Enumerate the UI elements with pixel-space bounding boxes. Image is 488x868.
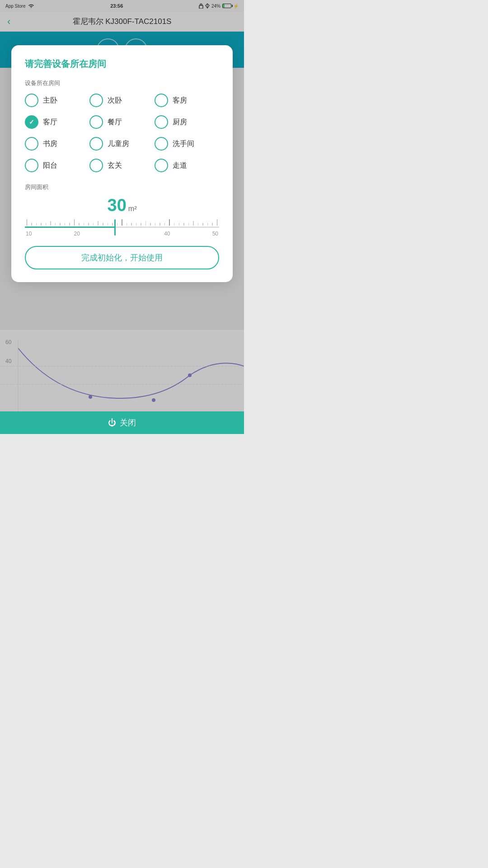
- tick-13: [87, 223, 91, 226]
- slider-bar: [25, 226, 219, 228]
- radio-bathroom[interactable]: [155, 137, 168, 151]
- bottom-bar[interactable]: ⏻ 关闭: [0, 411, 244, 434]
- modal-overlay: 请完善设备所在房间 设备所在房间 主卧次卧客房客厅餐厅厨房书房儿童房洗手间阳台玄…: [0, 0, 244, 434]
- tick-31: [172, 223, 176, 226]
- tick-15: [96, 221, 100, 226]
- tick-28: [158, 223, 162, 226]
- tick-12: [82, 223, 86, 226]
- room-option-master[interactable]: 主卧: [25, 94, 89, 107]
- room-label-dining: 餐厅: [108, 118, 122, 127]
- tick-7: [58, 223, 62, 226]
- tick-19: [115, 223, 119, 226]
- radio-guest[interactable]: [155, 94, 168, 107]
- room-option-bathroom[interactable]: 洗手间: [155, 137, 219, 151]
- tick-18: [111, 223, 115, 226]
- scale-40: 40: [164, 231, 170, 237]
- radio-hallway[interactable]: [155, 159, 168, 172]
- room-option-second[interactable]: 次卧: [89, 94, 154, 107]
- room-option-dining[interactable]: 餐厅: [89, 115, 154, 129]
- tick-33: [182, 223, 186, 226]
- room-label-foyer: 玄关: [108, 161, 122, 170]
- tick-8: [63, 223, 67, 226]
- room-option-guest[interactable]: 客房: [155, 94, 219, 107]
- radio-kitchen[interactable]: [155, 115, 168, 129]
- room-label-guest: 客房: [173, 96, 187, 105]
- room-option-balcony[interactable]: 阳台: [25, 159, 89, 172]
- tick-17: [106, 223, 110, 226]
- area-value-row: 30 m²: [25, 196, 219, 215]
- radio-dining[interactable]: [89, 115, 103, 129]
- slider-filled: [25, 226, 114, 228]
- scale-20: 20: [74, 231, 80, 237]
- room-label-study: 书房: [43, 139, 57, 149]
- tick-26: [149, 223, 153, 226]
- tick-30: [168, 219, 172, 226]
- room-label-balcony: 阳台: [43, 161, 57, 170]
- power-icon: ⏻: [108, 418, 116, 428]
- tick-36: [196, 223, 200, 226]
- slider-handle[interactable]: [114, 219, 116, 236]
- tick-24: [139, 223, 143, 226]
- modal-card: 请完善设备所在房间 设备所在房间 主卧次卧客房客厅餐厅厨房书房儿童房洗手间阳台玄…: [11, 45, 233, 282]
- scale-50: 50: [212, 231, 218, 237]
- radio-second[interactable]: [89, 94, 103, 107]
- radio-foyer[interactable]: [89, 159, 103, 172]
- tick-27: [153, 223, 157, 226]
- tick-40: [215, 219, 219, 226]
- tick-20: [120, 219, 124, 226]
- room-label-children: 儿童房: [108, 139, 129, 149]
- tick-39: [211, 223, 215, 226]
- tick-1: [30, 223, 34, 226]
- tick-0: [25, 219, 29, 226]
- tick-22: [130, 223, 134, 226]
- confirm-button[interactable]: 完成初始化，开始使用: [25, 246, 219, 269]
- tick-23: [134, 223, 138, 226]
- radio-children[interactable]: [89, 137, 103, 151]
- tick-37: [201, 223, 205, 226]
- tick-21: [125, 223, 129, 226]
- room-option-hallway[interactable]: 走道: [155, 159, 219, 172]
- room-label-hallway: 走道: [173, 161, 187, 170]
- room-option-children[interactable]: 儿童房: [89, 137, 154, 151]
- room-label-living: 客厅: [43, 118, 57, 127]
- radio-living[interactable]: [25, 115, 38, 129]
- bottom-label: 关闭: [120, 417, 136, 428]
- tick-10: [72, 219, 76, 226]
- tick-14: [91, 223, 95, 226]
- room-grid: 主卧次卧客房客厅餐厅厨房书房儿童房洗手间阳台玄关走道: [25, 94, 219, 172]
- radio-balcony[interactable]: [25, 159, 38, 172]
- slider-empty: [114, 226, 219, 228]
- area-section-label: 房间面积: [25, 183, 219, 191]
- room-label-bathroom: 洗手间: [173, 139, 194, 149]
- scale-labels: 10 20 40 50: [25, 231, 219, 237]
- scale-10: 10: [26, 231, 32, 237]
- radio-study[interactable]: [25, 137, 38, 151]
- tick-9: [68, 223, 72, 226]
- tick-2: [34, 223, 38, 226]
- area-slider[interactable]: 10 20 40 50: [25, 219, 219, 237]
- tick-5: [49, 221, 53, 226]
- tick-34: [187, 223, 191, 226]
- tick-38: [206, 223, 210, 226]
- room-option-study[interactable]: 书房: [25, 137, 89, 151]
- room-label-second: 次卧: [108, 96, 122, 105]
- tick-6: [53, 223, 57, 226]
- area-section: 房间面积 30 m² 10 20: [25, 183, 219, 237]
- room-section-label: 设备所在房间: [25, 79, 219, 87]
- modal-title: 请完善设备所在房间: [25, 58, 219, 70]
- radio-master[interactable]: [25, 94, 38, 107]
- tick-29: [163, 223, 167, 226]
- room-label-kitchen: 厨房: [173, 118, 187, 127]
- tick-25: [144, 221, 148, 226]
- room-option-kitchen[interactable]: 厨房: [155, 115, 219, 129]
- tick-16: [101, 223, 105, 226]
- tick-32: [177, 223, 181, 226]
- tick-4: [44, 223, 48, 226]
- area-unit: m²: [128, 205, 137, 213]
- room-option-living[interactable]: 客厅: [25, 115, 89, 129]
- area-value: 30: [108, 196, 127, 215]
- room-option-foyer[interactable]: 玄关: [89, 159, 154, 172]
- tick-row: [25, 219, 219, 226]
- tick-35: [192, 221, 196, 226]
- tick-3: [39, 223, 43, 226]
